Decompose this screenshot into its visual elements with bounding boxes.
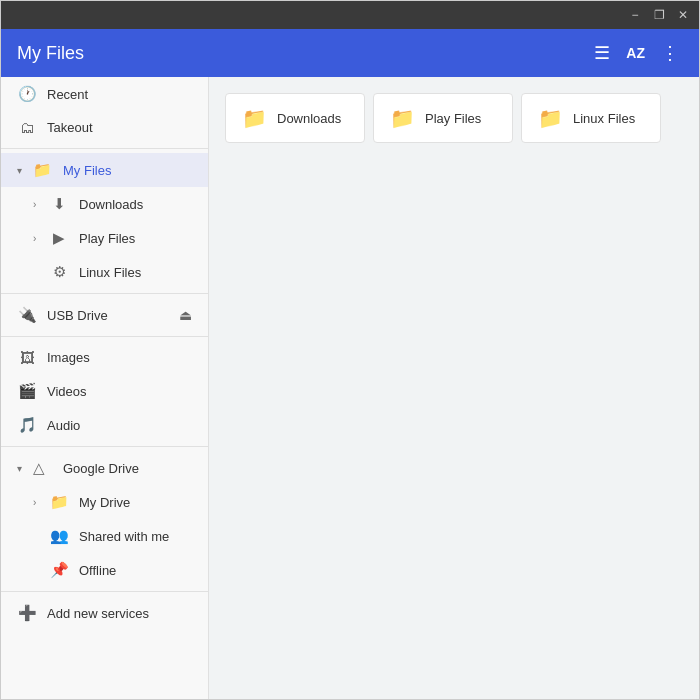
takeout-icon: 🗂 [17,119,37,136]
play-icon: ▶ [49,229,69,247]
close-button[interactable]: ✕ [675,7,691,23]
folder-icon-play-files: 📁 [390,106,415,130]
sidebar-label-play-files: Play Files [79,231,135,246]
more-icon[interactable]: ⋮ [657,38,683,68]
drive-folder-icon: 📁 [49,493,69,511]
sidebar-item-usb-drive[interactable]: 🔌 USB Drive ⏏ [1,298,208,332]
images-icon: 🖼 [17,349,37,366]
shared-icon: 👥 [49,527,69,545]
sidebar-item-shared-with-me[interactable]: 👥 Shared with me [1,519,208,553]
sidebar-item-add-new-services[interactable]: ➕ Add new services [1,596,208,630]
folder-label-linux-files: Linux Files [573,111,635,126]
folder-card-downloads[interactable]: 📁 Downloads [225,93,365,143]
separator-2 [1,293,208,294]
linux-icon: ⚙ [49,263,69,281]
sidebar-label-takeout: Takeout [47,120,93,135]
minimize-button[interactable]: − [627,7,643,23]
sidebar-item-takeout[interactable]: 🗂 Takeout [1,111,208,144]
sidebar-label-my-files: My Files [63,163,111,178]
sidebar-label-downloads: Downloads [79,197,143,212]
app-bar-actions: ☰ AZ ⋮ [590,38,683,68]
sidebar-item-videos[interactable]: 🎬 Videos [1,374,208,408]
sidebar-item-my-files[interactable]: ▾ 📁 My Files [1,153,208,187]
folder-icon-linux-files: 📁 [538,106,563,130]
eject-icon[interactable]: ⏏ [179,307,192,323]
sidebar-label-add-new-services: Add new services [47,606,149,621]
videos-icon: 🎬 [17,382,37,400]
sidebar-label-my-drive: My Drive [79,495,130,510]
sidebar-item-downloads[interactable]: › ⬇ Downloads [1,187,208,221]
sidebar-label-images: Images [47,350,90,365]
my-files-icon: 📁 [33,161,53,179]
title-bar: − ❐ ✕ [1,1,699,29]
separator-5 [1,591,208,592]
sidebar-item-my-drive[interactable]: › 📁 My Drive [1,485,208,519]
sidebar-label-audio: Audio [47,418,80,433]
chevron-right-icon-4: › [33,497,45,508]
usb-icon: 🔌 [17,306,37,324]
sidebar-label-linux-files: Linux Files [79,265,141,280]
maximize-button[interactable]: ❐ [651,7,667,23]
separator-3 [1,336,208,337]
app-bar: My Files ☰ AZ ⋮ [1,29,699,77]
sidebar-item-offline[interactable]: 📌 Offline [1,553,208,587]
sort-icon[interactable]: AZ [622,41,649,65]
sidebar-item-recent[interactable]: 🕐 Recent [1,77,208,111]
offline-icon: 📌 [49,561,69,579]
add-icon: ➕ [17,604,37,622]
sidebar: 🕐 Recent 🗂 Takeout ▾ 📁 My Files › ⬇ Down… [1,77,209,700]
menu-icon[interactable]: ☰ [590,38,614,68]
sidebar-item-images[interactable]: 🖼 Images [1,341,208,374]
sidebar-item-audio[interactable]: 🎵 Audio [1,408,208,442]
chevron-right-icon-2: › [33,233,45,244]
sidebar-label-offline: Offline [79,563,116,578]
audio-icon: 🎵 [17,416,37,434]
sidebar-label-recent: Recent [47,87,88,102]
google-drive-icon: △ [33,459,53,477]
chevron-down-icon-2: ▾ [17,463,29,474]
folder-label-downloads: Downloads [277,111,341,126]
folder-icon-downloads: 📁 [242,106,267,130]
content-area: 📁 Downloads 📁 Play Files 📁 Linux Files [209,77,699,700]
separator-4 [1,446,208,447]
sidebar-item-google-drive[interactable]: ▾ △ Google Drive [1,451,208,485]
sidebar-item-linux-files[interactable]: › ⚙ Linux Files [1,255,208,289]
folder-card-play-files[interactable]: 📁 Play Files [373,93,513,143]
sidebar-label-google-drive: Google Drive [63,461,139,476]
sidebar-item-play-files[interactable]: › ▶ Play Files [1,221,208,255]
sidebar-label-videos: Videos [47,384,87,399]
main-layout: 🕐 Recent 🗂 Takeout ▾ 📁 My Files › ⬇ Down… [1,77,699,700]
folder-card-linux-files[interactable]: 📁 Linux Files [521,93,661,143]
sidebar-label-usb-drive: USB Drive [47,308,108,323]
sidebar-label-shared-with-me: Shared with me [79,529,169,544]
clock-icon: 🕐 [17,85,37,103]
chevron-right-icon: › [33,199,45,210]
chevron-down-icon: ▾ [17,165,29,176]
separator-1 [1,148,208,149]
app-title: My Files [17,43,84,64]
download-icon: ⬇ [49,195,69,213]
folder-label-play-files: Play Files [425,111,481,126]
folder-grid: 📁 Downloads 📁 Play Files 📁 Linux Files [225,93,683,143]
